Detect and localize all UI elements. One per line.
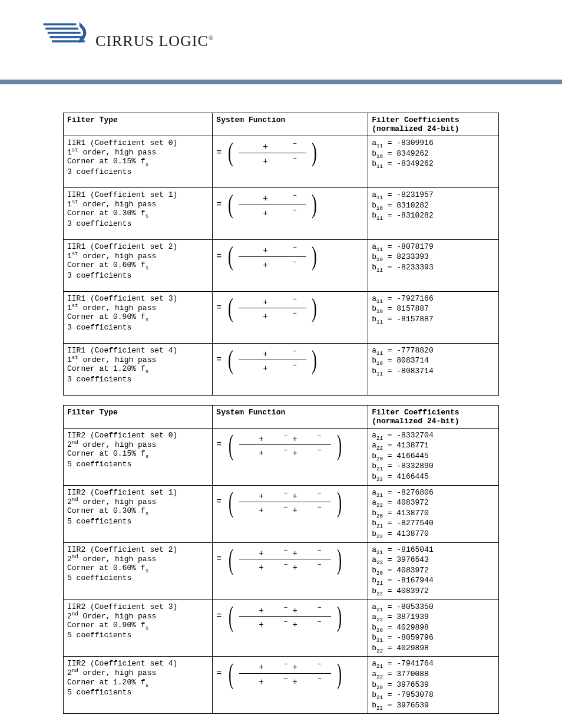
filter-ncoef: 5 coefficients [67,517,209,526]
coef-header-b: (normalized 24-bit) [372,417,459,426]
right-paren-icon: ) [337,546,342,572]
filter-name: IIR2 (Coefficient set 3) [67,602,209,611]
cell-filter-type: IIR1 (Coefficient set 3)1st order, high … [64,291,213,343]
filter-order: 2nd order, high pass [67,668,209,677]
denominator: + − [239,205,306,219]
left-paren-icon: ( [228,141,233,164]
logo-row: CIRRUS LOGIC® [41,18,521,50]
transfer-function: =( + − + −) [216,139,318,167]
filter-ncoef: 3 coefficients [67,167,209,176]
equals-sign: = [216,252,222,262]
header-bar [0,80,562,84]
numerator: + − + − [239,659,330,673]
right-paren-icon: ) [337,604,342,629]
cell-filter-type: IIR2 (Coefficient set 0)2nd order, high … [64,428,213,485]
denominator: + − [239,360,306,374]
fraction: + − + − + − + − [239,545,330,574]
coefficient-line: b11 = -8157887 [372,315,495,325]
filter-ncoef: 5 coefficients [67,688,209,697]
left-paren-icon: ( [228,297,233,320]
coefficient-line: b11 = -8233393 [372,263,495,274]
svg-rect-1 [45,28,78,30]
coefficient-line: b20 = 3976539 [372,680,495,691]
cell-filter-type: IIR2 (Coefficient set 1)2nd order, high … [64,485,213,542]
fraction: + − + − [239,242,306,271]
col-coefficients: Filter Coefficients (normalized 24-bit) [368,113,499,136]
denominator: + − [239,308,306,322]
denominator: + − + − [239,559,330,574]
numerator: + − [239,346,306,360]
table-row: IIR1 (Coefficient set 3)1st order, high … [64,291,499,343]
cell-system-function: =( + − + − + − + −) [213,485,368,542]
cell-system-function: =( + − + −) [213,291,368,343]
coefficient-line: a21 = -8165041 [372,545,495,556]
coefficient-line: a22 = 3871939 [372,612,495,623]
filter-order: 2nd order, high pass [67,554,209,564]
coefficient-line: b10 = 8310282 [372,201,495,212]
page: CIRRUS LOGIC® [0,0,562,80]
coefficient-line: b10 = 8349262 [372,149,495,160]
coefficient-line: b22 = 4138770 [372,529,495,540]
filter-ncoef: 3 coefficients [67,271,209,280]
coefficient-line: b20 = 4083972 [372,566,495,577]
coefficient-line: b11 = -8349262 [372,159,495,170]
cell-filter-type: IIR1 (Coefficient set 4)1st order, high … [64,343,213,395]
filter-name: IIR2 (Coefficient set 1) [67,488,209,497]
coefficient-line: a21 = -7941764 [372,659,495,670]
left-paren-icon: ( [228,245,233,268]
filter-ncoef: 5 coefficients [67,460,209,469]
filter-name: IIR1 (Coefficient set 3) [67,294,209,303]
coef-header-a: Filter Coefficients [372,408,459,417]
cell-filter-type: IIR2 (Coefficient set 2)2nd order, high … [64,542,213,599]
numerator: + − [239,294,306,308]
cell-coefficients: a11 = -7927166b10 = 8157887b11 = -815788… [368,291,499,343]
cell-coefficients: a21 = -8332704a22 = 4138771b20 = 4166445… [368,428,499,485]
left-paren-icon: ( [229,432,233,457]
coefficient-line: b10 = 8233393 [372,252,495,263]
right-paren-icon: ) [312,348,317,372]
coefficient-line: a11 = -8078179 [372,242,495,253]
coefficient-line: a21 = -8053350 [372,602,495,613]
denominator: + − [239,153,306,167]
coefficient-line: b21 = -8167944 [372,576,495,587]
table-header-row: Filter Type System Function Filter Coeff… [64,113,499,136]
filter-ncoef: 3 coefficients [67,323,209,332]
logo-label: CIRRUS LOGIC [95,32,209,50]
table-header-row: Filter Type System Function Filter Coeff… [64,405,499,428]
cell-filter-type: IIR1 (Coefficient set 2)1st order, high … [64,239,213,291]
table-row: IIR2 (Coefficient set 3)2nd Order, high … [64,599,499,657]
filter-order: 2nd Order, high pass [67,611,209,621]
filter-name: IIR1 (Coefficient set 0) [67,139,209,147]
table-row: IIR2 (Coefficient set 0)2nd order, high … [64,428,499,485]
filter-corner: Corner at 1.20% fs [67,364,209,375]
transfer-function: =( + − + − + − + −) [216,659,343,687]
coefficient-line: b10 = 8157887 [372,304,495,315]
coef-header-b: (normalized 24-bit) [372,124,459,133]
equals-sign: = [216,200,222,210]
filter-order: 2nd order, high pass [67,440,209,449]
cell-filter-type: IIR1 (Coefficient set 1)1st order, high … [64,187,213,239]
filter-corner: Corner at 0.60% fs [67,564,209,574]
coefficient-line: b11 = -8310282 [372,211,495,222]
numerator: + − [239,139,306,153]
cell-system-function: =( + − + − + − + −) [213,428,368,485]
filter-ncoef: 5 coefficients [67,631,209,640]
cell-system-function: =( + − + − + − + −) [213,657,368,714]
col-system-function: System Function [213,113,368,136]
coefficient-line: a21 = -8332704 [372,431,495,442]
cell-filter-type: IIR2 (Coefficient set 4)2nd order, high … [64,657,213,714]
filter-corner: Corner at 0.90% fs [67,621,209,631]
iir2-table: Filter Type System Function Filter Coeff… [63,405,499,714]
filter-corner: Corner at 0.30% fs [67,506,209,517]
denominator: + − + − [239,502,330,516]
table-row: IIR2 (Coefficient set 1)2nd order, high … [64,485,499,542]
equals-sign: = [216,440,222,450]
coefficient-line: b22 = 3976539 [372,701,495,711]
fraction: + − + − [239,139,306,167]
numerator: + − [239,242,306,256]
logo-text: CIRRUS LOGIC® [95,32,214,50]
cell-system-function: =( + − + − + − + −) [213,599,368,657]
cell-system-function: =( + − + −) [213,136,368,188]
filter-order: 1st order, high pass [67,303,209,312]
transfer-function: =( + − + −) [216,242,318,271]
